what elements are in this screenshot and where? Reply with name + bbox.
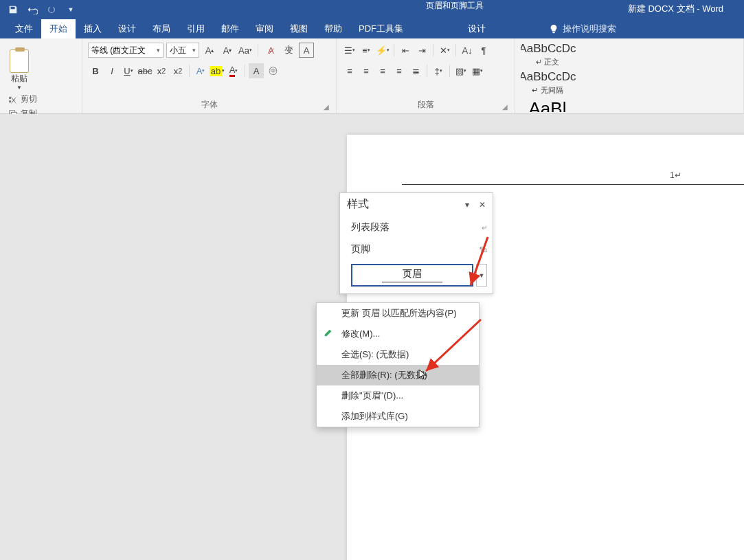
ctx-add-to-gallery[interactable]: 添加到样式库(G) <box>317 406 479 427</box>
tab-header-design[interactable]: 设计 <box>446 19 508 38</box>
tab-layout[interactable]: 布局 <box>144 19 179 38</box>
italic-button[interactable]: I <box>104 63 120 78</box>
decrease-indent-button[interactable]: ⇤ <box>398 43 413 58</box>
char-border-button[interactable]: ㊥ <box>265 63 280 78</box>
font-color-button[interactable]: A▾ <box>226 63 241 78</box>
bullets-button[interactable]: ☰▾ <box>342 43 357 58</box>
shrink-font-button[interactable]: A▾ <box>220 43 235 58</box>
multilevel-button[interactable]: ⚡▾ <box>375 43 390 58</box>
ctx-delete[interactable]: 删除"页眉"(D)... <box>317 385 479 406</box>
change-case-button[interactable]: Aa▾ <box>238 43 253 58</box>
scissors-icon <box>8 95 18 104</box>
shading-button[interactable]: ▨▾ <box>453 63 469 78</box>
undo-icon[interactable] <box>26 3 38 16</box>
header-text[interactable]: 1↵ <box>670 170 744 180</box>
style-item-list-paragraph[interactable]: 列表段落 ↵ <box>351 220 487 235</box>
font-name-combo[interactable]: 等线 (西文正文▾ <box>88 43 164 58</box>
align-center-button[interactable]: ≡ <box>359 63 374 78</box>
style-heading1[interactable]: AaBl 标题 1 <box>521 98 574 112</box>
underline-button[interactable]: U▾ <box>121 63 136 78</box>
bold-button[interactable]: B <box>88 63 103 78</box>
font-group-label: 字体 <box>201 100 218 109</box>
tab-review[interactable]: 审阅 <box>247 19 282 38</box>
superscript-button[interactable]: x2 <box>170 63 185 78</box>
clear-formatting-button[interactable]: A̷ <box>263 43 278 58</box>
group-clipboard: 粘贴 ▼ 剪切 复制 格式刷 剪贴板 ◢ <box>0 38 82 113</box>
style-item-header-selected[interactable]: 页眉 <box>351 264 473 287</box>
ctx-modify[interactable]: 修改(M)... <box>317 324 479 344</box>
contextual-tab-title: 页眉和页脚工具 <box>426 0 484 12</box>
highlight-button[interactable]: ab▾ <box>210 63 225 78</box>
distribute-button[interactable]: ≣ <box>408 63 423 78</box>
subscript-button[interactable]: x2 <box>154 63 169 78</box>
group-styles: AaBbCcDc ↵ 正文 AaBbCcDc ↵ 无间隔 AaBl 标题 1 A… <box>515 38 744 113</box>
pane-options-icon[interactable]: ▾ <box>465 200 469 210</box>
asian-layout-button[interactable]: ✕▾ <box>437 43 452 58</box>
tab-mailings[interactable]: 邮件 <box>213 19 247 38</box>
tab-references[interactable]: 引用 <box>179 19 213 38</box>
ctx-update-to-match[interactable]: 更新 页眉 以匹配所选内容(P) <box>317 303 479 324</box>
paragraph-mark-icon: ↵ <box>482 224 487 232</box>
cursor-icon <box>418 369 428 380</box>
modify-icon <box>324 328 335 339</box>
sort-button[interactable]: A↓ <box>460 43 475 58</box>
style-item-footer[interactable]: 页脚 ¶a <box>351 242 487 257</box>
tab-file[interactable]: 文件 <box>7 19 41 38</box>
phonetic-guide-button[interactable]: 变 <box>281 43 296 58</box>
tell-me-label: 操作说明搜索 <box>563 23 616 35</box>
clipboard-icon <box>10 49 29 73</box>
enclose-char-button[interactable]: A <box>299 43 314 58</box>
align-left-button[interactable]: ≡ <box>342 63 357 78</box>
group-font: 等线 (西文正文▾ 小五▾ A▴ A▾ Aa▾ A̷ 变 A B I U▾ ab… <box>82 38 337 113</box>
tab-pdf[interactable]: PDF工具集 <box>350 19 412 38</box>
qat-dropdown-icon[interactable]: ▼ <box>65 3 77 16</box>
ribbon-tabs: 文件 开始 插入 设计 布局 引用 邮件 审阅 视图 帮助 PDF工具集 设计 … <box>0 19 744 38</box>
save-icon[interactable] <box>7 3 19 16</box>
styles-pane-title: 样式 <box>347 197 369 212</box>
borders-button[interactable]: ▦▾ <box>470 63 485 78</box>
styles-pane: 样式 ▾ ✕ 列表段落 ↵ 页脚 ¶a 页眉 ▼ <box>339 192 493 294</box>
justify-button[interactable]: ≡ <box>392 63 407 78</box>
linked-style-icon: ¶a <box>480 246 487 254</box>
show-marks-button[interactable]: ¶ <box>476 43 491 58</box>
dialog-launcher-icon[interactable]: ◢ <box>324 103 329 111</box>
paste-label: 粘贴 <box>11 73 27 85</box>
tab-help[interactable]: 帮助 <box>316 19 350 38</box>
pane-close-icon[interactable]: ✕ <box>479 200 486 210</box>
document-title: 新建 DOCX 文档 - Word <box>628 3 723 15</box>
font-size-combo[interactable]: 小五▾ <box>166 43 199 58</box>
style-normal[interactable]: AaBbCcDc ↵ 正文 <box>521 41 574 68</box>
redo-icon[interactable] <box>45 3 58 16</box>
svg-point-0 <box>49 7 55 13</box>
title-bar: ▼ 页眉和页脚工具 新建 DOCX 文档 - Word <box>0 0 744 19</box>
header-rule <box>402 184 744 185</box>
tab-view[interactable]: 视图 <box>282 19 316 38</box>
tell-me-search[interactable]: 操作说明搜索 <box>549 19 616 38</box>
lightbulb-icon <box>549 24 559 34</box>
style-context-menu: 更新 页眉 以匹配所选内容(P) 修改(M)... 全选(S): (无数据) 全… <box>316 302 480 427</box>
dialog-launcher-icon[interactable]: ◢ <box>502 103 508 111</box>
group-paragraph: ☰▾ ≡▾ ⚡▾ ⇤ ⇥ ✕▾ A↓ ¶ ≡ ≡ ≡ ≡ ≣ ‡▾ <box>337 38 515 113</box>
paste-button[interactable]: 粘贴 ▼ <box>5 41 33 91</box>
ctx-remove-all[interactable]: 全部删除(R): (无数据) <box>317 365 479 385</box>
strikethrough-button[interactable]: abc <box>137 63 153 78</box>
grow-font-button[interactable]: A▴ <box>202 43 217 58</box>
cut-button[interactable]: 剪切 <box>8 93 76 105</box>
numbering-button[interactable]: ≡▾ <box>359 43 374 58</box>
paragraph-group-label: 段落 <box>418 100 434 109</box>
tab-insert[interactable]: 插入 <box>76 19 110 38</box>
tab-design[interactable]: 设计 <box>110 19 144 38</box>
line-spacing-button[interactable]: ‡▾ <box>431 63 446 78</box>
tab-home[interactable]: 开始 <box>41 19 76 38</box>
align-right-button[interactable]: ≡ <box>375 63 390 78</box>
increase-indent-button[interactable]: ⇥ <box>414 43 429 58</box>
ribbon: 粘贴 ▼ 剪切 复制 格式刷 剪贴板 ◢ <box>0 38 744 114</box>
ctx-select-all[interactable]: 全选(S): (无数据) <box>317 344 479 365</box>
style-no-spacing[interactable]: AaBbCcDc ↵ 无间隔 <box>521 69 574 96</box>
style-item-dropdown[interactable]: ▼ <box>476 264 487 287</box>
text-effects-button[interactable]: A▾ <box>193 63 208 78</box>
char-shading-button[interactable]: A <box>249 63 264 78</box>
